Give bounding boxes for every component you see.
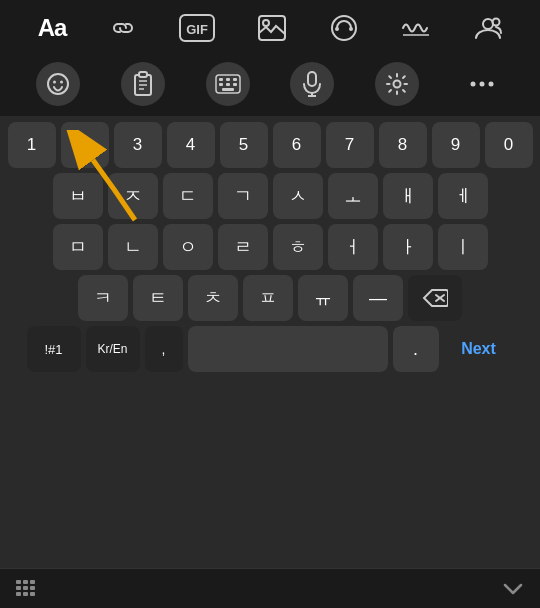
- icon-row: [0, 56, 540, 116]
- key-digeut[interactable]: ㄷ: [163, 173, 213, 219]
- key-dash[interactable]: —: [353, 275, 403, 321]
- bottom-bar: [0, 568, 540, 608]
- key-0[interactable]: 0: [485, 122, 533, 168]
- svg-rect-42: [23, 592, 28, 596]
- key-nieun[interactable]: ㄴ: [108, 224, 158, 270]
- key-mieum[interactable]: ㅁ: [53, 224, 103, 270]
- svg-rect-26: [308, 72, 316, 86]
- key-bieup[interactable]: ㅂ: [53, 173, 103, 219]
- svg-rect-37: [30, 580, 35, 584]
- key-kieuk[interactable]: ㅋ: [78, 275, 128, 321]
- comma-key[interactable]: ,: [145, 326, 183, 372]
- microphone-button[interactable]: [290, 62, 334, 106]
- gif-button[interactable]: GIF: [175, 10, 219, 46]
- svg-point-32: [488, 82, 493, 87]
- svg-rect-14: [139, 72, 147, 77]
- backspace-key[interactable]: [408, 275, 462, 321]
- key-rieul[interactable]: ㄹ: [218, 224, 268, 270]
- clipboard-button[interactable]: [121, 62, 165, 106]
- wave-button[interactable]: [397, 13, 435, 43]
- key-hieuh[interactable]: ㅎ: [273, 224, 323, 270]
- key-i[interactable]: ㅣ: [438, 224, 488, 270]
- svg-point-31: [479, 82, 484, 87]
- svg-point-30: [470, 82, 475, 87]
- key-8[interactable]: 8: [379, 122, 427, 168]
- keyboard-grid-icon[interactable]: [16, 580, 38, 598]
- key-6[interactable]: 6: [273, 122, 321, 168]
- svg-rect-36: [23, 580, 28, 584]
- key-yu[interactable]: ㅠ: [298, 275, 348, 321]
- number-row: 1 2 3 4 5 6 7 8 9 0: [4, 122, 536, 168]
- svg-rect-41: [16, 592, 21, 596]
- svg-rect-2: [259, 16, 285, 40]
- key-o[interactable]: ㅗ: [328, 173, 378, 219]
- next-key[interactable]: Next: [444, 326, 514, 372]
- key-eo[interactable]: ㅓ: [328, 224, 378, 270]
- symbols-key[interactable]: !#1: [27, 326, 81, 372]
- toolbar: Aa GIF: [0, 0, 540, 56]
- svg-rect-38: [16, 586, 21, 590]
- svg-text:GIF: GIF: [186, 22, 208, 37]
- key-5[interactable]: 5: [220, 122, 268, 168]
- svg-rect-23: [226, 83, 230, 86]
- lang-key[interactable]: Kr/En: [86, 326, 140, 372]
- svg-rect-25: [222, 88, 234, 91]
- bottom-row: !#1 Kr/En , . Next: [4, 326, 536, 372]
- space-key[interactable]: [188, 326, 388, 372]
- svg-rect-43: [30, 592, 35, 596]
- svg-rect-39: [23, 586, 28, 590]
- svg-point-8: [483, 19, 493, 29]
- audio-button[interactable]: [326, 11, 362, 45]
- svg-point-3: [263, 20, 269, 26]
- link-button[interactable]: [106, 13, 140, 43]
- svg-rect-21: [233, 78, 237, 81]
- svg-rect-40: [30, 586, 35, 590]
- svg-point-29: [393, 81, 400, 88]
- period-key[interactable]: .: [393, 326, 439, 372]
- key-tieut[interactable]: ㅌ: [133, 275, 183, 321]
- key-7[interactable]: 7: [326, 122, 374, 168]
- key-1[interactable]: 1: [8, 122, 56, 168]
- key-4[interactable]: 4: [167, 122, 215, 168]
- key-a[interactable]: ㅏ: [383, 224, 433, 270]
- settings-button[interactable]: [375, 62, 419, 106]
- key-giyeok[interactable]: ㄱ: [218, 173, 268, 219]
- svg-rect-22: [219, 83, 223, 86]
- key-ae[interactable]: ㅐ: [383, 173, 433, 219]
- korean-row-2: ㅁ ㄴ ㅇ ㄹ ㅎ ㅓ ㅏ ㅣ: [4, 224, 536, 270]
- key-siot[interactable]: ㅅ: [273, 173, 323, 219]
- svg-point-5: [335, 27, 339, 31]
- keyboard: 1 2 3 4 5 6 7 8 9 0 ㅂ ㅈ ㄷ ㄱ ㅅ ㅗ ㅐ ㅔ ㅁ ㄴ …: [0, 116, 540, 568]
- korean-row-1: ㅂ ㅈ ㄷ ㄱ ㅅ ㅗ ㅐ ㅔ: [4, 173, 536, 219]
- font-style-button[interactable]: Aa: [34, 10, 71, 46]
- key-ieung[interactable]: ㅇ: [163, 224, 213, 270]
- key-chieut[interactable]: ㅊ: [188, 275, 238, 321]
- image-button[interactable]: [254, 11, 290, 45]
- svg-point-11: [53, 81, 56, 84]
- key-2[interactable]: 2: [61, 122, 109, 168]
- key-pieup[interactable]: ㅍ: [243, 275, 293, 321]
- svg-rect-20: [226, 78, 230, 81]
- svg-rect-35: [16, 580, 21, 584]
- svg-point-12: [60, 81, 63, 84]
- key-jieut[interactable]: ㅈ: [108, 173, 158, 219]
- collapse-keyboard-icon[interactable]: [502, 580, 524, 598]
- emoji-button[interactable]: [36, 62, 80, 106]
- svg-rect-19: [219, 78, 223, 81]
- contacts-button[interactable]: [470, 11, 506, 45]
- korean-row-3: ㅋ ㅌ ㅊ ㅍ ㅠ —: [4, 275, 536, 321]
- key-3[interactable]: 3: [114, 122, 162, 168]
- keyboard-layout-button[interactable]: [206, 62, 250, 106]
- svg-point-6: [349, 27, 353, 31]
- key-9[interactable]: 9: [432, 122, 480, 168]
- more-options-button[interactable]: [460, 62, 504, 106]
- key-e[interactable]: ㅔ: [438, 173, 488, 219]
- svg-rect-24: [233, 83, 237, 86]
